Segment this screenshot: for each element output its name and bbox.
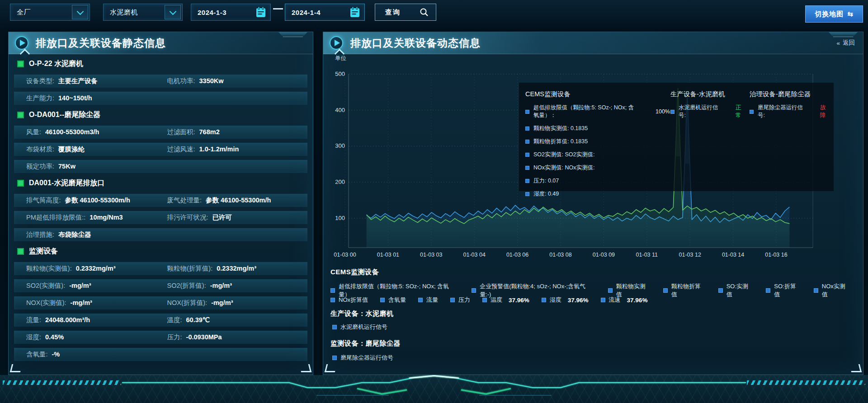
legend-item[interactable]: 温度37.96%	[482, 296, 529, 304]
section-row: DA001-水泥磨尾排放口	[14, 176, 307, 190]
legend-row-2: NOx折算值含氧量流量压力温度37.96%湿度37.96%流速37.96%	[330, 296, 660, 304]
legend-bullet-icon	[472, 288, 476, 293]
tooltip-item: 颗粒物实测值: 0.1835	[525, 125, 670, 132]
tooltip-item: NOx实测值: NOx实测值:	[525, 164, 670, 172]
query-button-label: 查询	[375, 8, 401, 17]
legend-item[interactable]: SO:折算值	[766, 282, 802, 299]
back-link[interactable]: « 返回	[836, 39, 855, 47]
legend-bullet-icon	[525, 166, 529, 170]
data-row: PM超低排排放限值::10mg/Nm3排污许可状况:已许可	[14, 211, 307, 224]
calendar-icon[interactable]	[254, 5, 268, 19]
field-value: -%	[52, 351, 60, 358]
svg-text:500: 500	[335, 70, 345, 77]
date-range-separator	[273, 8, 283, 9]
legend-bullet-icon	[670, 110, 675, 114]
static-info-panel-header: 排放口及关联设备静态信息	[9, 32, 313, 54]
field-value: -mg/m³	[210, 282, 232, 289]
field-value: 140~150t/h	[58, 94, 92, 102]
data-row: SO2(实测值):-mg/m³SO2(折算值):-mg/m³	[14, 279, 307, 292]
field-value: -mg/m³	[211, 299, 233, 306]
field-label: 电机功率:	[167, 77, 195, 85]
field-label: 额定功率:	[26, 162, 54, 171]
data-row: 风量:46100-55300m3/h过滤面积:768m2	[14, 126, 307, 139]
tooltip-item: 压力: 0.07	[525, 177, 670, 185]
back-arrow-icon: «	[836, 40, 840, 47]
legend-item[interactable]: 含氧量	[380, 296, 406, 304]
green-square-icon	[17, 180, 24, 187]
corner-bracket	[299, 364, 311, 372]
switch-arrows-icon: ⇆	[847, 10, 854, 18]
date-start-input[interactable]: 2024-1-3	[191, 4, 271, 21]
legend-item[interactable]: 流速37.96%	[601, 296, 648, 304]
section-title: DA001-水泥磨尾排放口	[29, 178, 104, 188]
field-label: 压力:	[167, 333, 182, 342]
svg-text:01-03 16: 01-03 16	[765, 252, 787, 258]
field-value: 0.2332mg/m³	[76, 265, 116, 272]
play-icon	[15, 36, 28, 50]
data-row: 含氧量:-%	[14, 348, 307, 361]
data-row: 湿度:0.45%压力:-0.0930MPa	[14, 331, 307, 344]
prod-signal-label: 水泥磨机运行信号	[340, 323, 387, 331]
field-label: 流量:	[26, 316, 41, 324]
corner-bracket	[325, 364, 337, 372]
field-value: 参数 46100-55300m/h	[206, 196, 271, 205]
field-label: 治理措施:	[26, 230, 54, 239]
prod-block-title: 生产设备：水泥磨机	[330, 309, 394, 318]
legend-item[interactable]: NOx折算值	[330, 296, 368, 304]
section-title: O-DA001--磨尾除尘器	[29, 110, 100, 120]
date-end-input[interactable]: 2024-1-4	[285, 4, 365, 21]
device-select-value: 水泥磨机	[104, 8, 138, 17]
chevron-down-icon[interactable]	[165, 5, 181, 19]
legend-item[interactable]: SO:实测值	[718, 282, 754, 299]
legend-bullet-icon	[450, 298, 455, 302]
legend-bullet-icon	[330, 298, 335, 302]
static-info-panel: 排放口及关联设备静态信息 O-P-22 水泥磨机设备类型:主要生产设备电机功率:…	[8, 32, 313, 375]
legend-item[interactable]: 颗粒物折算值	[663, 282, 706, 299]
device-select[interactable]: 水泥磨机	[103, 4, 183, 21]
field-value: 主要生产设备	[58, 77, 98, 85]
monitor-signal-item[interactable]: 磨尾除尘器运行信号	[332, 354, 393, 362]
calendar-icon[interactable]	[348, 5, 362, 19]
chevron-down-icon[interactable]	[72, 5, 88, 19]
svg-text:01-03 08: 01-03 08	[549, 252, 571, 258]
svg-text:300: 300	[335, 142, 345, 149]
static-info-rows: O-P-22 水泥磨机设备类型:主要生产设备电机功率:3350Kw生产能力:14…	[9, 54, 313, 361]
field-label: 含氧量:	[26, 350, 48, 359]
legend-item[interactable]: 流量	[418, 296, 438, 304]
field-label: 过滤风速:	[167, 145, 195, 154]
legend-bullet-icon	[525, 179, 529, 183]
data-row: NOX(实测值):-mg/m³NOX(折算值):-mg/m³	[14, 296, 307, 309]
legend-bullet-icon	[332, 356, 337, 360]
legend-bullet-icon	[608, 288, 613, 293]
query-button[interactable]: 查询	[375, 4, 436, 21]
dynamic-panel-title: 排放口及关联设备动态信息	[350, 36, 481, 50]
svg-text:01-03 03: 01-03 03	[420, 252, 442, 258]
legend-item[interactable]: 压力	[450, 296, 470, 304]
legend-item[interactable]: NOx实测值	[814, 282, 851, 299]
field-label: 过滤面积:	[167, 128, 195, 136]
svg-text:01-03 09: 01-03 09	[593, 252, 615, 258]
field-value: 75Kw	[58, 163, 75, 170]
search-icon	[420, 8, 429, 17]
field-value: 46100-55300m3/h	[45, 128, 99, 136]
tooltip-cems-column: CEMS监测设备 超低排放限值（颗拉物:5: SOz-; NOx; 含氧量）：1…	[525, 90, 670, 198]
svg-text:单位: 单位	[335, 55, 347, 61]
chart-tooltip: CEMS监测设备 超低排放限值（颗拉物:5: SOz-; NOx; 含氧量）：1…	[519, 83, 834, 191]
prod-signal-item[interactable]: 水泥磨机运行信号	[332, 323, 387, 331]
tooltip-treat-column: 治理设备-磨尾除尘器 磨尾除尘器运行信号: 故障	[750, 90, 831, 119]
tooltip-treat-item: 磨尾除尘器运行信号:	[758, 104, 808, 119]
date-start-value: 2024-1-3	[191, 9, 226, 16]
data-row: 生产能力:140~150t/h	[14, 92, 307, 105]
field-label: 温度:	[167, 316, 182, 324]
plant-select[interactable]: 全厂	[10, 4, 90, 21]
legend-item[interactable]: 湿度37.96%	[542, 296, 589, 304]
legend-bullet-icon	[482, 298, 487, 302]
switch-map-button[interactable]: 切换地图 ⇆	[805, 5, 863, 23]
svg-text:400: 400	[335, 107, 345, 113]
green-square-icon	[17, 248, 24, 255]
field-label: SO2(实测值):	[26, 281, 65, 290]
legend-bullet-icon	[542, 298, 546, 302]
data-row: 流量:24048.000m³/h温度:60.39℃	[14, 314, 307, 327]
field-value: 3350Kw	[199, 77, 224, 84]
data-row: 布袋材质:覆膜涤纶过滤风速:1.0-1.2m/min	[14, 143, 307, 156]
